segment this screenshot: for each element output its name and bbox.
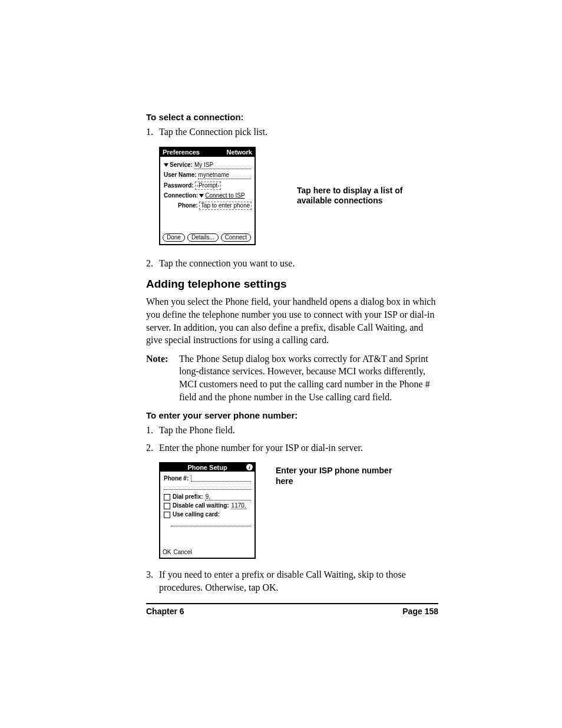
phone-label: Phone: xyxy=(178,202,198,209)
list-text: Tap the connection you want to use. xyxy=(159,257,438,270)
ok-button[interactable]: OK xyxy=(163,549,171,555)
list-text: Tap the Phone field. xyxy=(159,424,438,437)
page-footer: Chapter 6 Page 158 xyxy=(146,603,438,616)
dropdown-arrow-icon[interactable] xyxy=(199,194,204,197)
procedure-list-2: 1.Tap the Phone field. 2.Enter the phone… xyxy=(146,424,438,454)
figure-preferences: Preferences Network Service: My ISP User… xyxy=(159,147,438,245)
section-heading: Adding telephone settings xyxy=(146,278,438,291)
pda-title-left: Preferences xyxy=(163,149,200,156)
figure-callout: Enter your ISP phone number here xyxy=(276,466,394,486)
password-label: Password: xyxy=(164,182,194,189)
password-value[interactable]: -Prompt- xyxy=(195,182,222,190)
done-button[interactable]: Done xyxy=(163,233,185,242)
connection-value[interactable]: Connect to ISP xyxy=(205,192,244,199)
service-value[interactable]: My ISP xyxy=(194,162,251,169)
procedure-list-2-cont: 3.If you need to enter a prefix or disab… xyxy=(146,568,438,594)
dial-prefix-checkbox[interactable] xyxy=(164,494,170,500)
pda-titlebar: Preferences Network xyxy=(160,148,254,157)
username-value[interactable]: mynetname xyxy=(198,172,251,179)
pda-phone-setup-screen: Phone Setup i Phone #: Dial prefix: 9, D… xyxy=(159,462,256,559)
pda-title-right: Network xyxy=(227,149,252,156)
footer-page: Page 158 xyxy=(402,607,438,616)
list-number: 2. xyxy=(146,257,159,270)
dial-prefix-label: Dial prefix: xyxy=(173,493,203,500)
pda-titlebar: Phone Setup i xyxy=(160,463,254,472)
connection-label: Connection: xyxy=(164,192,198,199)
phone-number-field[interactable] xyxy=(191,475,251,482)
procedure-heading: To enter your server phone number: xyxy=(146,410,438,420)
list-text: Enter the phone number for your ISP or d… xyxy=(159,442,438,454)
footer-chapter: Chapter 6 xyxy=(146,607,184,616)
procedure-heading: To select a connection: xyxy=(146,112,438,122)
phone-value[interactable]: Tap to enter phone xyxy=(199,202,252,210)
list-text: If you need to enter a prefix or disable… xyxy=(159,568,438,594)
disable-call-waiting-label: Disable call waiting: xyxy=(173,502,229,509)
section-paragraph: When you select the Phone field, your ha… xyxy=(146,295,438,346)
figure-phone-setup: Phone Setup i Phone #: Dial prefix: 9, D… xyxy=(146,462,438,559)
disable-call-waiting-value[interactable]: 1170, xyxy=(231,502,247,509)
note-block: Note: The Phone Setup dialog box works c… xyxy=(146,353,438,403)
dial-prefix-value[interactable]: 9, xyxy=(205,493,251,500)
service-label: Service: xyxy=(170,162,193,169)
list-number: 1. xyxy=(146,424,159,437)
list-number: 2. xyxy=(146,442,159,454)
list-number: 1. xyxy=(146,126,159,139)
details-button[interactable]: Details... xyxy=(187,233,219,242)
note-text: The Phone Setup dialog box works correct… xyxy=(179,353,438,403)
figure-callout: Tap here to display a list of available … xyxy=(297,186,415,206)
username-label: User Name: xyxy=(164,172,197,179)
info-icon[interactable]: i xyxy=(246,464,253,470)
dropdown-arrow-icon[interactable] xyxy=(164,163,168,167)
note-label: Note: xyxy=(146,353,179,403)
phone-number-field-line2[interactable] xyxy=(164,483,251,490)
use-calling-card-checkbox[interactable] xyxy=(164,512,170,518)
phone-setup-title: Phone Setup xyxy=(187,464,227,471)
disable-call-waiting-checkbox[interactable] xyxy=(164,503,170,509)
phone-number-label: Phone #: xyxy=(164,475,189,482)
calling-card-field[interactable] xyxy=(171,520,251,526)
procedure-list-cont: 2.Tap the connection you want to use. xyxy=(146,257,438,270)
procedure-list: 1.Tap the Connection pick list. xyxy=(146,126,438,139)
list-number: 3. xyxy=(146,568,159,594)
cancel-button[interactable]: Cancel xyxy=(173,549,191,555)
use-calling-card-label: Use calling card: xyxy=(173,511,220,518)
pda-preferences-screen: Preferences Network Service: My ISP User… xyxy=(159,147,256,245)
connect-button[interactable]: Connect xyxy=(221,233,251,242)
list-text: Tap the Connection pick list. xyxy=(159,126,438,139)
